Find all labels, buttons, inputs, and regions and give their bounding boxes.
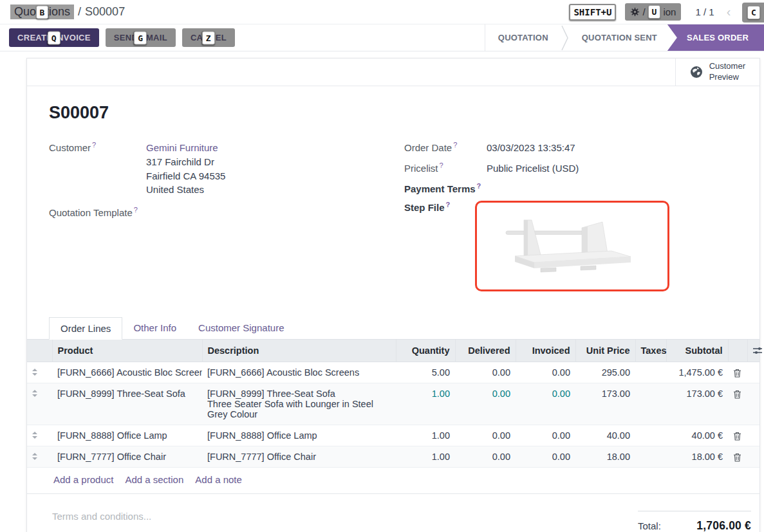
column-header-invoiced: Invoiced [516,340,575,362]
cell-unit-price[interactable]: 295.00 [575,362,635,383]
list-footer-links: Add a product Add a section Add a note [27,468,759,494]
step-file-preview[interactable] [475,201,669,291]
total-value: 1,706.00 € [696,519,751,532]
customer-field-label: Customer? [49,141,146,197]
top-navbar: Quotations B / S00007 SHIFT+U / U ion [0,0,764,24]
drag-handle-icon[interactable] [27,425,52,446]
cell-quantity[interactable]: 1.00 [396,425,455,446]
cell-unit-price[interactable]: 173.00 [575,383,635,425]
field-customer: Customer? Gemini Furniture 317 Fairchild… [49,141,404,197]
customer-preview-button[interactable]: Customer Preview [675,59,759,86]
delete-row-icon[interactable] [728,362,747,383]
cell-quantity[interactable]: 1.00 [396,383,455,425]
cell-description[interactable]: [FURN_6666] Acoustic Bloc Screens [202,362,396,383]
keyboard-hint-shift-u: SHIFT+U [569,4,616,21]
total-label: Total: [638,520,661,531]
cancel-button[interactable]: CANCEL Z [182,28,235,47]
delete-row-icon[interactable] [728,446,747,467]
cell-product[interactable]: [FURN_8888] Office Lamp [52,425,202,446]
record-pager-count: 1 / 1 [695,6,714,17]
cell-invoiced[interactable]: 0.00 [516,383,575,425]
optional-columns-icon[interactable] [747,340,759,362]
terms-and-conditions-input[interactable]: Terms and conditions... [52,511,151,522]
add-a-note-link[interactable]: Add a note [195,474,242,485]
order-line-row[interactable]: [FURN_6666] Acoustic Bloc Screens [FURN_… [27,362,759,383]
add-a-section-link[interactable]: Add a section [125,474,183,485]
order-line-row[interactable]: [FURN_7777] Office Chair [FURN_7777] Off… [27,446,759,467]
payment-terms-field-label: Payment Terms? [404,182,487,194]
breadcrumb: Quotations B / S00007 [10,5,125,19]
cell-description[interactable]: [FURN_8999] Three-Seat Sofa Three Seater… [202,383,396,425]
customer-preview-label-line1: Customer [709,61,745,72]
cell-invoiced[interactable]: 0.00 [516,362,575,383]
customer-address-line1: 317 Fairchild Dr [146,155,225,169]
cell-product[interactable]: [FURN_6666] Acoustic Bloc Screens [52,362,202,383]
send-email-button[interactable]: SEND EMAIL G [106,28,176,47]
add-a-product-link[interactable]: Add a product [53,474,113,485]
field-pricelist: Pricelist? Public Pricelist (USD) [404,161,738,176]
sheet-header: Customer Preview [27,59,759,86]
quotation-template-field-label: Quotation Template? [49,206,146,218]
field-quotation-template: Quotation Template? [49,206,404,218]
customer-preview-label-line2: Preview [709,72,745,83]
keyboard-hint-c: C [747,6,760,19]
breadcrumb-app-link[interactable]: Quotations B [10,5,74,19]
help-marker: ? [446,201,451,208]
cell-delivered[interactable]: 0.00 [455,362,516,383]
cell-product[interactable]: [FURN_7777] Office Chair [52,446,202,467]
cell-quantity[interactable]: 5.00 [396,362,455,383]
help-marker: ? [453,141,457,149]
step-file-field-label: Step File? [404,201,487,291]
cell-unit-price[interactable]: 40.00 [575,425,635,446]
status-step-quotation-sent[interactable]: QUOTATION SENT [569,24,670,51]
cell-taxes[interactable] [635,446,666,467]
order-line-row[interactable]: [FURN_8999] Three-Seat Sofa [FURN_8999] … [27,383,759,425]
cell-unit-price[interactable]: 18.00 [575,446,635,467]
cell-invoiced[interactable]: 0.00 [516,425,575,446]
create-invoice-button[interactable]: CREATE INVOICE Q [9,28,99,47]
cell-description[interactable]: [FURN_8888] Office Lamp [202,425,396,446]
tab-order-lines[interactable]: Order Lines [49,317,122,340]
notebook-tabs: Order Lines Other Info Customer Signatur… [27,317,759,340]
pager-prev-icon[interactable]: ‹ [723,5,734,19]
cell-taxes[interactable] [635,425,666,446]
keyboard-hint-g: G [134,31,147,44]
help-marker: ? [134,206,138,214]
gear-icon [630,7,640,17]
delete-row-icon[interactable] [728,383,747,425]
drag-handle-icon[interactable] [27,446,52,467]
order-date-value[interactable]: 03/03/2023 13:35:47 [487,141,575,155]
corner-hint-button[interactable]: C [742,3,764,23]
cell-invoiced[interactable]: 0.00 [516,446,575,467]
cell-description[interactable]: [FURN_7777] Office Chair [202,446,396,467]
cell-delivered[interactable]: 0.00 [455,425,516,446]
customer-link[interactable]: Gemini Furniture [146,142,218,153]
drag-handle-icon[interactable] [27,362,52,383]
cell-taxes[interactable] [635,362,666,383]
field-step-file: Step File? [404,201,738,291]
cell-quantity[interactable]: 1.00 [396,446,455,467]
globe-icon [690,66,703,78]
action-menu-button[interactable]: / U ion [625,3,681,21]
pricelist-value[interactable]: Public Pricelist (USD) [487,161,579,176]
status-step-quotation[interactable]: QUOTATION [485,24,561,51]
cell-product[interactable]: [FURN_8999] Three-Seat Sofa [52,383,202,425]
breadcrumb-separator: / [78,5,81,19]
tab-customer-signature[interactable]: Customer Signature [187,317,295,339]
keyboard-hint-u: U [648,5,661,19]
delete-row-icon[interactable] [728,425,747,446]
cell-delivered[interactable]: 0.00 [455,446,516,467]
keyboard-hint-z: Z [202,31,215,44]
order-line-row[interactable]: [FURN_8888] Office Lamp [FURN_8888] Offi… [27,425,759,446]
column-header-subtotal: Subtotal [666,340,728,362]
cell-delivered[interactable]: 0.00 [455,383,516,425]
status-step-sales-order[interactable]: SALES ORDER [667,24,764,51]
drag-handle-icon[interactable] [27,383,52,425]
table-header-row: Product Description Quantity Delivered I… [27,340,759,362]
tab-other-info[interactable]: Other Info [122,317,187,339]
field-payment-terms: Payment Terms? [404,182,738,194]
step-file-3d-model-image [505,216,640,275]
field-grid: Customer? Gemini Furniture 317 Fairchild… [49,141,738,298]
cell-taxes[interactable] [635,383,666,425]
breadcrumb-record: S00007 [85,5,125,19]
